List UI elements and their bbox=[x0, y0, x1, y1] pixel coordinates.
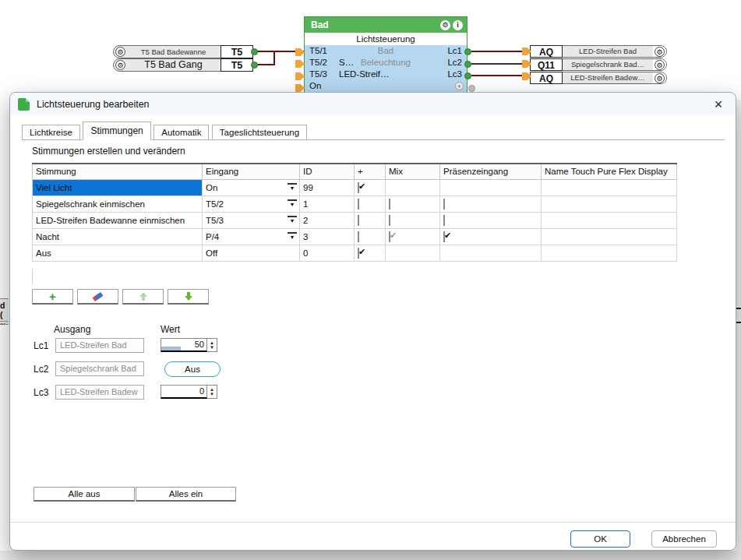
output-name-field: LED-Streifen Badew bbox=[55, 385, 144, 400]
block-center-label: Bad bbox=[305, 45, 467, 57]
tab-tageslichtsteuerung[interactable]: Tageslichtsteuerung bbox=[212, 125, 307, 140]
cell-eingang[interactable]: On ▼ bbox=[203, 179, 300, 195]
cell-eingang[interactable]: T5/3 ▼ bbox=[203, 212, 300, 228]
cell-id[interactable]: 3 bbox=[300, 228, 355, 245]
delete-stimmung-button[interactable] bbox=[77, 289, 118, 305]
spinner-buttons[interactable]: ▲▼ bbox=[207, 338, 217, 352]
dropdown-icon[interactable]: ▼ bbox=[288, 232, 297, 240]
gear-icon[interactable]: ⚙ bbox=[655, 73, 665, 83]
checkbox[interactable]: ✔ bbox=[443, 231, 445, 242]
table-row[interactable]: Viel Licht On ▼ 99 ✔ bbox=[33, 179, 677, 195]
dropdown-icon[interactable]: ▼ bbox=[288, 183, 297, 191]
cell-name-touch[interactable] bbox=[542, 212, 677, 228]
gear-icon[interactable]: ⚙ bbox=[655, 60, 665, 70]
col-header-eingang[interactable]: Eingang bbox=[203, 164, 300, 179]
gear-icon[interactable]: ⚙ bbox=[115, 60, 125, 70]
cell-praesenz bbox=[440, 212, 542, 228]
dropdown-icon[interactable]: ▼ bbox=[288, 199, 297, 207]
cell-mix bbox=[386, 212, 440, 228]
checkbox[interactable] bbox=[443, 215, 445, 226]
cell-stimmung[interactable]: Nacht bbox=[33, 228, 203, 245]
wire-fragment bbox=[736, 308, 741, 309]
sensor-node-t5-bad-badewanne[interactable]: ⚙ T5 Bad Badewanne T5 bbox=[113, 45, 253, 58]
col-header-mix[interactable]: Mix bbox=[386, 164, 440, 179]
wire bbox=[273, 51, 275, 65]
col-header-name-touch[interactable]: Name Touch Pure Flex Display bbox=[542, 164, 677, 179]
cell-stimmung[interactable]: Aus bbox=[33, 245, 203, 261]
tab-automatik[interactable]: Automatik bbox=[153, 125, 209, 140]
dropdown-icon[interactable]: ▼ bbox=[288, 216, 297, 224]
actuator-port-code: AQ bbox=[530, 45, 563, 58]
output-dot[interactable] bbox=[464, 61, 471, 68]
block-info-icon[interactable]: i bbox=[453, 20, 463, 30]
cell-name-touch[interactable] bbox=[542, 228, 677, 245]
cancel-button[interactable]: Abbrechen bbox=[651, 530, 717, 548]
wire bbox=[471, 63, 524, 65]
move-down-button[interactable] bbox=[168, 289, 209, 305]
cell-plus bbox=[355, 212, 386, 228]
cell-eingang[interactable]: T5/2 ▼ bbox=[203, 195, 300, 212]
wire bbox=[256, 51, 275, 52]
arrow-down-icon bbox=[185, 292, 192, 301]
gear-icon[interactable]: ⚙ bbox=[115, 47, 125, 57]
sensor-label: T5 Bad Gang bbox=[126, 59, 221, 71]
alles-ein-button[interactable]: Alles ein bbox=[136, 487, 236, 502]
cell-id[interactable]: 0 bbox=[300, 245, 355, 261]
checkbox[interactable] bbox=[443, 199, 445, 210]
tab-strip: Lichtkreise Stimmungen Automatik Tagesli… bbox=[22, 122, 725, 140]
cell-praesenz: ✔ bbox=[440, 228, 542, 245]
col-header-id[interactable]: ID bbox=[300, 164, 355, 179]
table-row[interactable]: Spiegelschrank einmischen T5/2 ▼ 1 bbox=[33, 195, 677, 212]
cell-plus: ✔ bbox=[355, 179, 386, 195]
checkbox[interactable] bbox=[389, 215, 390, 226]
cell-eingang[interactable]: Off bbox=[203, 245, 300, 261]
block-settings-icon[interactable]: ⚙ bbox=[440, 20, 450, 30]
col-header-stimmung[interactable]: Stimmung bbox=[33, 164, 203, 179]
table-tail-border bbox=[32, 269, 35, 284]
table-row[interactable]: LED-Streifen Badewanne einmischen T5/3 ▼… bbox=[33, 212, 677, 228]
table-row[interactable]: Aus Off 0 ✔ bbox=[33, 245, 677, 261]
cell-eingang[interactable]: P/4 ▼ bbox=[203, 228, 300, 245]
actuator-node-led-streifen-badewanne[interactable]: AQ LED-Streifen Badew… ⚙ bbox=[530, 72, 667, 84]
checkbox[interactable] bbox=[358, 215, 359, 226]
cell-stimmung[interactable]: LED-Streifen Badewanne einmischen bbox=[33, 212, 203, 228]
col-header-plus[interactable]: + bbox=[355, 164, 386, 179]
checkbox[interactable] bbox=[358, 199, 359, 210]
block-output-label: Lc3 bbox=[447, 69, 462, 80]
value-spinner[interactable]: 50 ▲▼ bbox=[161, 338, 217, 352]
spinner-buttons[interactable]: ▲▼ bbox=[207, 385, 217, 399]
actuator-node-spiegelschrank-bad[interactable]: Q11 Spiegelschrank Bad… ⚙ bbox=[530, 58, 667, 71]
cell-name-touch[interactable] bbox=[542, 179, 677, 195]
actuator-label: LED-Streifen Bad bbox=[563, 46, 653, 57]
block-add-icon[interactable]: + bbox=[455, 82, 464, 90]
checkbox[interactable]: ✔ bbox=[358, 248, 359, 259]
move-up-button[interactable] bbox=[122, 289, 164, 305]
value-spinner[interactable]: 0 ▲▼ bbox=[161, 385, 217, 399]
close-icon[interactable]: × bbox=[707, 94, 729, 114]
cell-id[interactable]: 99 bbox=[300, 179, 355, 195]
tab-stimmungen[interactable]: Stimmungen bbox=[83, 122, 150, 140]
cell-stimmung[interactable]: Spiegelschrank einmischen bbox=[33, 195, 203, 212]
ok-button[interactable]: OK bbox=[570, 530, 630, 548]
table-row[interactable]: Nacht P/4 ▼ 3 ✔ ✔ bbox=[33, 228, 677, 245]
function-block-lichtsteuerung[interactable]: Bad ⚙ i Lichtsteuerung T5/1 Bad Lc1 T5/2… bbox=[304, 16, 468, 94]
col-header-praesenzeingang[interactable]: Präsenzeingang bbox=[440, 164, 542, 179]
sensor-node-t5-bad-gang[interactable]: ⚙ T5 Bad Gang T5 bbox=[113, 58, 253, 72]
cell-stimmung[interactable]: Viel Licht bbox=[33, 179, 203, 195]
output-dot[interactable] bbox=[464, 48, 471, 55]
actuator-node-led-streifen-bad[interactable]: AQ LED-Streifen Bad ⚙ bbox=[530, 45, 667, 58]
gear-icon[interactable]: ⚙ bbox=[655, 47, 665, 57]
checkbox[interactable] bbox=[389, 199, 390, 210]
cell-id[interactable]: 1 bbox=[300, 195, 355, 212]
alle-aus-button[interactable]: Alle aus bbox=[34, 487, 135, 502]
aus-button[interactable]: Aus bbox=[164, 361, 221, 377]
output-dot[interactable] bbox=[464, 72, 471, 79]
cell-name-touch[interactable] bbox=[542, 245, 677, 261]
cell-id[interactable]: 2 bbox=[300, 212, 355, 228]
wire bbox=[471, 75, 524, 76]
tab-lichtkreise[interactable]: Lichtkreise bbox=[22, 125, 80, 140]
checkbox[interactable] bbox=[358, 231, 359, 242]
cell-name-touch[interactable] bbox=[542, 195, 677, 212]
add-stimmung-button[interactable]: + bbox=[32, 289, 73, 305]
checkbox[interactable]: ✔ bbox=[358, 182, 359, 193]
